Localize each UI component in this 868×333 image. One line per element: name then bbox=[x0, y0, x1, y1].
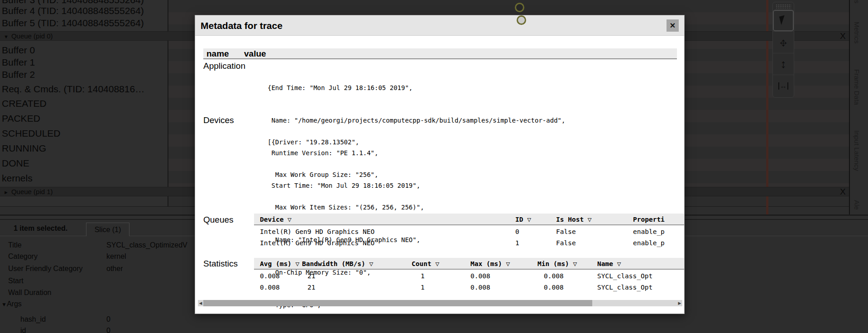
track-row: CREATED bbox=[2, 98, 47, 109]
statistics-row-label: Statistics bbox=[203, 258, 238, 269]
field-value: kernel bbox=[106, 252, 126, 261]
args-label: Args bbox=[7, 300, 22, 308]
vertical-zoom-icon: ↕ bbox=[773, 53, 794, 75]
sidebar-tab-alerts[interactable]: Ale bbox=[853, 200, 861, 210]
close-track-button[interactable]: X bbox=[840, 32, 849, 41]
tool-palette: ↔↕ ↕ ↔ bbox=[772, 2, 794, 98]
horizontal-scrollbar[interactable]: ◀ ▶ bbox=[198, 300, 682, 306]
sidebar-tab-input-latency[interactable]: Input Latency bbox=[853, 130, 861, 171]
pointer-icon bbox=[779, 15, 786, 25]
close-button[interactable]: ✕ bbox=[667, 19, 679, 32]
queues-row-label: Queues bbox=[203, 214, 234, 225]
sort-header-id[interactable]: ID ▽ bbox=[515, 214, 531, 225]
track-row: Buffer 2 bbox=[2, 69, 35, 80]
statistics-table-row: 0.008 21 1 0.008 0.008 SYCL_class_Opt bbox=[254, 282, 684, 293]
sidebar-tab-frame-data[interactable]: Frame Data bbox=[853, 69, 861, 105]
arg-value: 0 bbox=[106, 327, 110, 333]
field-label: Start bbox=[8, 277, 24, 285]
track-row: Req. & Cmds. (TID: 140408816… bbox=[2, 84, 144, 95]
track-row: Buffer 0 bbox=[2, 45, 35, 56]
close-icon: ✕ bbox=[670, 22, 676, 29]
scrollbar-thumb[interactable] bbox=[203, 300, 592, 306]
pan-tool-button[interactable]: ↔↕ bbox=[773, 31, 794, 53]
sort-header-name[interactable]: Name ▽ bbox=[597, 258, 621, 270]
name-column-header: name bbox=[206, 48, 229, 59]
track-row: SCHEDULED bbox=[2, 128, 61, 139]
queues-table-row: Intel(R) Gen9 HD Graphics NEO 1 False en… bbox=[254, 238, 684, 249]
pan-vertical-icon: ↕ bbox=[773, 32, 794, 53]
track-row: DONE bbox=[2, 158, 29, 169]
collapse-arrow-icon: ▼ bbox=[1, 301, 7, 308]
track-row: Buffer 3 (TID: 140408848555264) bbox=[2, 0, 144, 5]
arg-label: hash_id bbox=[20, 315, 46, 323]
sort-header-min[interactable]: Min (ms) ▽ bbox=[537, 258, 577, 270]
event-marker-ring bbox=[515, 3, 524, 12]
sort-header-is-host[interactable]: Is Host ▽ bbox=[556, 214, 592, 225]
metadata-table-header: name value bbox=[203, 48, 677, 59]
close-track-button[interactable]: X bbox=[840, 187, 849, 196]
queue-pid1-label: Queue (pid 1) bbox=[11, 188, 53, 195]
collapse-arrow-icon: ▼ bbox=[4, 34, 9, 39]
metadata-dialog: Metadata for trace ✕ name value Applicat… bbox=[195, 15, 685, 314]
zoom-tool-button[interactable]: ↕ bbox=[773, 53, 794, 75]
timing-tool-button[interactable]: ↔ bbox=[773, 75, 794, 96]
track-row: kernels bbox=[2, 173, 33, 184]
dialog-title: Metadata for trace bbox=[201, 15, 283, 36]
args-toggle[interactable]: ▼Args bbox=[1, 300, 22, 308]
queues-table-row: Intel(R) Gen9 HD Graphics NEO 0 False en… bbox=[254, 226, 684, 238]
field-value: SYCL_class_OptimizedV bbox=[106, 241, 187, 249]
track-row: RUNNING bbox=[2, 143, 46, 154]
value-column-header: value bbox=[244, 48, 266, 59]
event-marker-ring bbox=[517, 15, 526, 25]
selection-tool-button[interactable] bbox=[773, 10, 794, 31]
sidebar-tab-partial[interactable]: s bbox=[853, 0, 861, 4]
scroll-left-icon[interactable]: ◀ bbox=[198, 300, 203, 306]
field-value: other bbox=[106, 265, 123, 273]
arg-value: 0 bbox=[106, 315, 110, 323]
field-label: User Friendly Category bbox=[8, 265, 83, 273]
statistics-table-row: 0.008 21 1 0.008 0.008 SYCL_class_Opt bbox=[254, 271, 684, 282]
drag-grip-icon[interactable] bbox=[776, 4, 791, 9]
sidebar-tab-metrics[interactable]: Metrics bbox=[853, 22, 861, 43]
selection-status: 1 item selected. bbox=[14, 224, 67, 233]
timing-select-icon: ↔ bbox=[778, 82, 788, 90]
sort-header-count[interactable]: Count ▽ bbox=[412, 258, 439, 270]
sidebar-divider bbox=[849, 0, 850, 214]
devices-row-label: Devices bbox=[203, 115, 234, 126]
queue-pid0-label: Queue (pid 0) bbox=[11, 32, 53, 40]
sort-header-device[interactable]: Device ▽ bbox=[260, 214, 292, 225]
sort-header-bandwidth[interactable]: Bandwidth (MB/s) ▽ bbox=[302, 258, 373, 270]
track-row: PACKED bbox=[2, 113, 40, 124]
application-row-label: Application bbox=[203, 61, 245, 71]
scroll-right-icon[interactable]: ▶ bbox=[677, 300, 682, 306]
statistics-table-header: Avg (ms) ▽ Bandwidth (MB/s) ▽ Count ▽ Ma… bbox=[254, 258, 684, 270]
track-row: Buffer 1 bbox=[2, 57, 35, 68]
field-label: Title bbox=[8, 241, 22, 249]
dialog-header: Metadata for trace ✕ bbox=[195, 15, 684, 36]
arg-label: id bbox=[20, 327, 26, 333]
field-label: Wall Duration bbox=[8, 289, 51, 297]
track-row: Buffer 5 (TID: 140408848555264) bbox=[2, 18, 144, 29]
expand-arrow-icon: ► bbox=[4, 190, 9, 195]
queues-table-header: Device ▽ ID ▽ Is Host ▽ Properti bbox=[254, 214, 684, 225]
tab-slice[interactable]: Slice (1) bbox=[86, 223, 129, 236]
sort-header-properties[interactable]: Properti bbox=[633, 214, 665, 225]
sort-header-avg[interactable]: Avg (ms) ▽ bbox=[260, 258, 299, 270]
track-row: Buffer 4 (TID: 140408848555264) bbox=[2, 5, 144, 16]
field-label: Category bbox=[8, 252, 38, 261]
sort-header-max[interactable]: Max (ms) ▽ bbox=[470, 258, 510, 270]
